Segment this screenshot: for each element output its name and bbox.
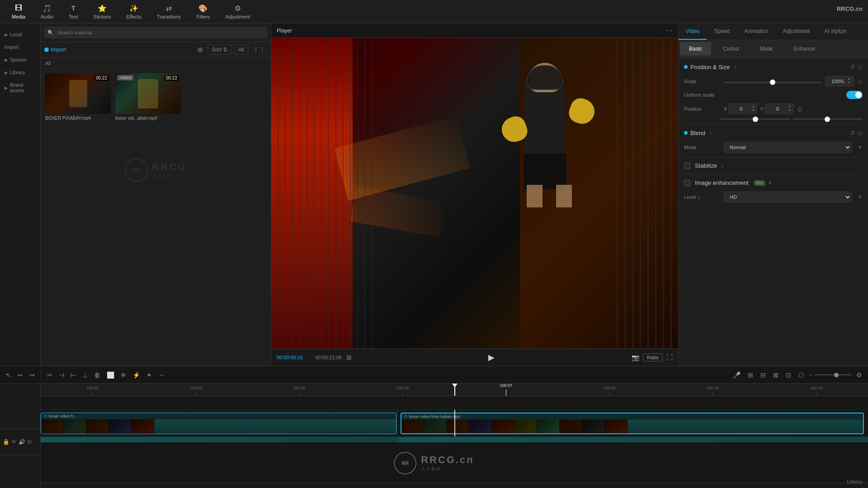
blend-mode-dropdown[interactable]: Normal Multiply Screen Overlay Darken Li… [724,142,852,153]
grid-overlay-button[interactable]: ⊞ [346,354,352,361]
scale-slider[interactable] [724,82,821,83]
video-clip-2[interactable]: boxer video from kaiber.mp4 00:00:15:10 … [401,413,864,434]
top-navigation: 🎞 Media 🎵 Audio T Text ⭐ Stickers ✨ Effe… [0,0,868,23]
ratio-button[interactable]: Ratio [643,353,663,361]
sidebar-library[interactable]: ▶ Library [5,68,36,77]
nav-item-adjustment[interactable]: ⚙ Adjustment [218,2,257,21]
player-menu-button[interactable]: ⋯ [665,26,673,35]
position-y-slider[interactable] [793,118,863,120]
play-button[interactable]: ▶ [488,352,495,362]
tab-video[interactable]: Video [679,23,707,40]
keyframe-button[interactable]: ⬡ [796,370,806,380]
fullscreen-button[interactable]: ⛶ [666,354,673,361]
nav-item-effects[interactable]: ✨ Effects [119,2,148,21]
player-area: Player ⋯ [271,23,678,366]
subtab-cutout[interactable]: Cutout [714,42,748,56]
uniform-scale-toggle-switch[interactable] [846,91,863,99]
undo-button[interactable]: ↩ [15,370,25,380]
import-button[interactable]: Import [44,47,66,53]
y-step-down[interactable]: ▼ [788,109,792,113]
scale-value: 100% [828,79,847,84]
audio-button[interactable]: 🔊 [19,439,25,445]
scale-step-down[interactable]: ▼ [847,81,851,85]
crop-button[interactable]: ⬜ [104,370,117,380]
y-label: Y [760,106,763,112]
track-controls-1[interactable]: ⊞ [745,370,755,380]
y-step-up[interactable]: ▲ [788,105,792,108]
filmstrip-frame [41,419,64,434]
x-step-down[interactable]: ▼ [751,109,755,113]
stabilize-section-header: Stabilize › [684,162,863,169]
position-keyframe-icon[interactable]: ◇ [797,105,802,113]
screenshot-button[interactable]: 📷 [632,354,639,361]
tab-animation[interactable]: Animation [737,23,775,40]
nav-item-text[interactable]: T Text [61,2,85,21]
position-x-slider[interactable] [720,118,791,120]
nav-item-stickers[interactable]: ⭐ Stickers [86,2,118,21]
trim-end-button[interactable]: ⊢ [68,370,78,380]
media-item[interactable]: 00:22 BOXER PIXABAY.mp4 [45,73,111,121]
image-enhancement-checkbox[interactable] [684,180,690,186]
stabilize-checkbox[interactable] [684,163,690,169]
level-dropdown[interactable]: HD SD 4K [724,192,852,202]
nav-item-transitions[interactable]: ⇄ Transitions [150,2,188,21]
filmstrip-frame [132,419,154,434]
panel-sub-tabs: Basic Cutout Mask Enhance [679,40,868,58]
search-input[interactable] [44,27,267,38]
timeline-scrollbar[interactable] [41,483,868,488]
sidebar-brand-assets[interactable]: ▶ Brand assets [5,80,36,95]
nav-item-media[interactable]: 🎞 Media [5,2,33,21]
tab-ai-stylize[interactable]: AI stylize [817,23,854,40]
blend-diamond-icon[interactable]: ◇ [858,129,863,136]
nav-item-filters[interactable]: 🎨 Filters [189,2,217,21]
x-step-up[interactable]: ▲ [751,105,755,108]
scale-keyframe-icon[interactable]: ◇ [858,78,863,85]
track-controls-2[interactable]: ⊟ [758,370,768,380]
blend-reset-icon[interactable]: ↺ [849,129,855,136]
track-controls-4[interactable]: ⊡ [783,370,793,380]
delete-button[interactable]: 🗑 [92,370,103,380]
tab-adjustment[interactable]: Adjustment [776,23,817,40]
trim-start-button[interactable]: ⊣ [57,370,66,380]
zoom-slider[interactable] [815,374,851,375]
lock-button[interactable]: 🔒 [3,439,9,445]
cursor-tool[interactable]: ↖ [4,370,14,380]
freeze-button[interactable]: ❄ [118,370,128,380]
split-button[interactable]: ✂ [45,370,55,380]
sidebar-local[interactable]: ▶ Local [5,30,36,39]
player-scene [271,38,678,348]
grid-view-button[interactable]: ⊞ [196,45,205,54]
video-clip-1[interactable]: © boxer video fr... [41,413,396,434]
more-options-button[interactable]: ⋮⋮ [251,45,267,54]
sort-button[interactable]: Sort ⇅ [208,45,231,55]
tab-speed[interactable]: Speed [707,23,737,40]
reset-icon[interactable]: ↺ [849,63,855,70]
sidebar-section-local: ▶ Local [0,28,40,41]
speed-button[interactable]: ⚡ [130,370,142,380]
track-controls-3[interactable]: ⊠ [771,370,781,380]
filter-button[interactable]: All [234,45,248,55]
sidebar-spaces[interactable]: ▶ Spaces [5,55,36,64]
player-video [271,38,678,348]
sidebar-import[interactable]: Import [5,42,36,52]
position-x-input: X 0 ▲ ▼ [724,103,757,114]
panel-content: Position & Size › ↺ ◇ Scale 100% ▲ ▼ [679,58,868,366]
track-more-button[interactable]: ⊞ [27,439,32,445]
filmstrip-frame [447,420,469,434]
split-v-button[interactable]: ⊥ [80,370,90,380]
redo-button[interactable]: ↪ [27,370,37,380]
settings-button[interactable]: ⚙ [854,370,864,380]
zoom-minus-icon: − [809,371,812,379]
subtab-enhance[interactable]: Enhance [784,42,824,56]
uniform-scale-row: Uniform scale [684,91,863,99]
media-item[interactable]: 00:22 Added boxer vid...aiber.mp4 [115,73,181,121]
mic-button[interactable]: 🎤 [731,370,743,380]
ai-trim-button[interactable]: ✦ [144,370,154,380]
visibility-button[interactable]: 👁 [11,439,17,445]
reverse-button[interactable]: ↔ [156,370,167,380]
diamond-icon[interactable]: ◇ [858,63,863,70]
nav-item-audio[interactable]: 🎵 Audio [33,2,61,21]
subtab-basic[interactable]: Basic [680,42,711,56]
subtab-mask[interactable]: Mask [751,42,782,56]
scale-step-up[interactable]: ▲ [847,77,851,81]
